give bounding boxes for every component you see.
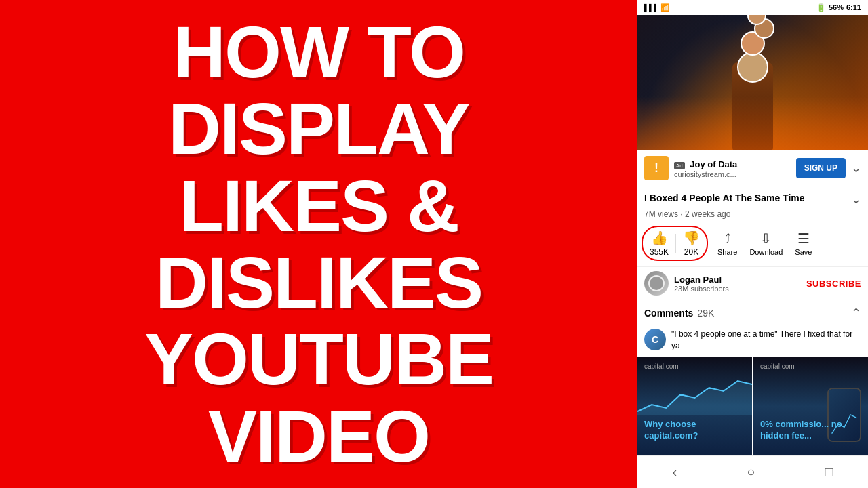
thumbs-down-icon: 👎 [683,230,700,246]
comment-avatar: C [644,329,666,350]
ad-title-row: Ad Joy of Data [674,158,791,170]
battery-icon: 🔋 [816,3,826,12]
like-count: 355K [650,247,669,257]
ad-banner: ! Ad Joy of Data curiositystream.c... SI… [637,150,868,186]
thumbs-up-icon: 👍 [651,230,668,246]
channel-subscribers: 23M subscribers [674,285,806,293]
left-panel: HOW TO DISPLAY LIKES & DISLIKES YOUTUBE … [0,0,637,488]
subscribe-button[interactable]: SUBSCRIBE [806,279,861,289]
share-button[interactable]: ⤴ Share [712,228,743,259]
ad-card-2-bg: capital.com 0% commissio... no hidden fe… [753,357,868,455]
save-button[interactable]: ☰ Save [789,228,817,259]
title-line2: LIKES & DISLIKES [155,165,482,323]
ad-url: curiositystream.c... [674,170,791,178]
comment-item: C "I box 4 people one at a time" There I… [637,326,868,357]
like-button[interactable]: 👍 355K [650,230,669,257]
main-title: HOW TO DISPLAY LIKES & DISLIKES YOUTUBE … [27,14,610,474]
comments-row: Comments 29K ⌃ [637,300,868,326]
back-button[interactable]: ‹ [659,459,691,485]
video-thumbnail[interactable] [637,15,868,150]
comments-label: Comments [644,308,693,319]
save-label: Save [795,248,812,256]
battery-level: 56% [829,3,844,12]
comment-text: "I box 4 people one at a time" There I f… [671,329,861,352]
ad-info: Ad Joy of Data curiositystream.c... [674,158,791,178]
ad-card-1[interactable]: capital.com Why choose capital.com? [637,357,753,455]
comments-chevron-icon[interactable]: ⌃ [851,306,861,321]
recents-button[interactable]: □ [811,459,846,485]
ad-card-2-title: 0% commissio... no hidden fee... [760,419,861,442]
action-row: 👍 355K 👎 20K ⤴ Share ⇩ Download ☰ Save [637,223,868,266]
view-count: 7M views [644,209,678,219]
status-left: ▌▌▌ 📶 [644,3,670,12]
dislike-button[interactable]: 👎 20K [683,230,700,257]
ad-card-1-bg: capital.com Why choose capital.com? [637,357,752,455]
video-title-row: I Boxed 4 People At The Same Time ⌄ [637,186,868,209]
ad-title: Joy of Data [690,159,737,169]
download-label: Download [749,248,783,256]
nav-bar: ‹ ○ □ [637,455,868,488]
video-title: I Boxed 4 People At The Same Time [644,192,846,204]
ad-logo-icon: ! [654,161,658,176]
download-icon: ⇩ [760,230,772,247]
channel-info: Logan Paul 23M subscribers [674,274,806,293]
home-button[interactable]: ○ [733,459,768,485]
status-bar: ▌▌▌ 📶 🔋 56% 6:11 [637,0,868,15]
share-label: Share [717,248,737,256]
download-button[interactable]: ⇩ Download [744,228,788,259]
title-chevron-icon[interactable]: ⌄ [851,192,861,207]
ad-card-1-text: Why choose capital.com? [644,419,745,442]
main-title-block: HOW TO DISPLAY LIKES & DISLIKES YOUTUBE … [0,0,637,488]
channel-row: Logan Paul 23M subscribers SUBSCRIBE [637,266,868,300]
wifi-icon: 📶 [660,3,670,12]
time-ago: 2 weeks ago [685,209,730,219]
title-line1: HOW TO DISPLAY [168,11,469,169]
channel-avatar [644,271,669,296]
ad-card-2[interactable]: capital.com 0% commissio... no hidden fe… [753,357,868,455]
like-dislike-group: 👍 355K 👎 20K [642,226,708,261]
status-right: 🔋 56% 6:11 [816,3,861,12]
video-meta: 7M views · 2 weeks ago [637,209,868,223]
ad-label: Ad [674,162,685,169]
like-divider [675,234,676,253]
signal-icon: ▌▌▌ [644,4,658,12]
ad-signup-button[interactable]: SIGN UP [796,158,846,178]
share-icon: ⤴ [724,231,731,247]
ad-expand-chevron-icon[interactable]: ⌄ [851,161,861,176]
clock: 6:11 [846,3,861,12]
ad-logo: ! [644,156,669,180]
save-icon: ☰ [797,230,810,247]
comments-count: 29K [697,308,714,319]
channel-name: Logan Paul [674,274,806,285]
ad-card-1-brand: capital.com [637,357,752,375]
title-line3: YOUTUBE VIDEO [144,318,493,476]
dislike-count: 20K [684,247,698,257]
right-panel: ▌▌▌ 📶 🔋 56% 6:11 ! [637,0,868,488]
ad-card-1-title: Why choose capital.com? [644,419,745,442]
bottom-ads: capital.com Why choose capital.com? capi… [637,357,868,455]
chart-area-1 [637,374,752,415]
ad-card-2-brand: capital.com [753,357,868,375]
ad-card-2-text: 0% commissio... no hidden fee... [760,419,861,442]
